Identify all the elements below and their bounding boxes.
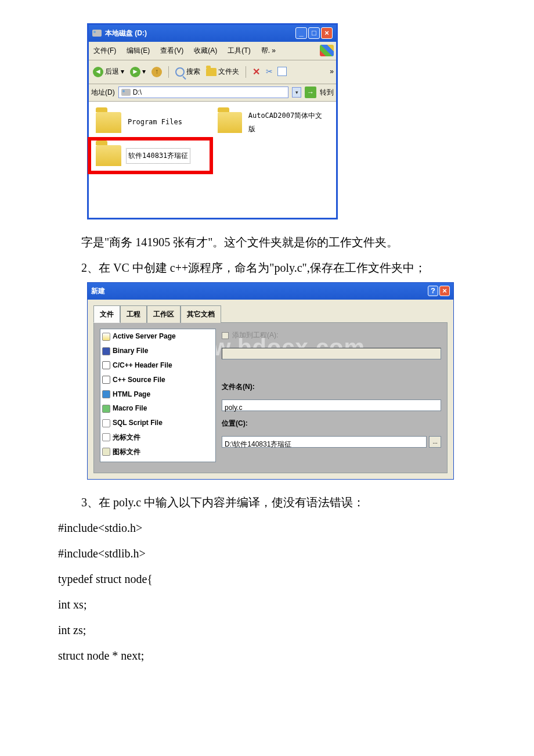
- tab-project[interactable]: 工程: [120, 305, 147, 323]
- code-line: int xs;: [58, 593, 476, 615]
- cut-button[interactable]: ✂: [264, 63, 275, 81]
- folder-label: Program Files: [126, 115, 184, 129]
- explorer-toolbar: ◄后退▾ ►▾ ↑ 搜索 文件夹 ✕ ✂ »: [89, 60, 336, 84]
- add-to-project-label: 添加到工程(A):: [232, 329, 278, 342]
- vc-tabs: 文件 工程 工作区 其它文档: [93, 305, 448, 323]
- folder-icon: [96, 145, 121, 166]
- explorer-titlebar: 本地磁盘 (D:) _ □ ×: [89, 25, 336, 42]
- list-item: HTML Page: [100, 387, 215, 402]
- forward-button[interactable]: ►▾: [128, 64, 147, 80]
- vc-title: 新建: [91, 285, 427, 298]
- list-item: SQL Script File: [100, 416, 215, 430]
- location-label: 位置(C):: [222, 417, 441, 430]
- back-dropdown-icon[interactable]: ▾: [121, 65, 124, 78]
- paragraph-3: 3、在 poly.c 中输入以下内容并编译，使没有语法错误：: [58, 491, 476, 513]
- search-icon: [175, 67, 185, 77]
- tab-workspace[interactable]: 工作区: [147, 305, 181, 323]
- help-button[interactable]: ?: [428, 286, 438, 296]
- tab-other[interactable]: 其它文档: [181, 305, 221, 323]
- menu-tools[interactable]: 工具(T): [225, 43, 252, 59]
- folder-item[interactable]: AutoCAD2007简体中文版: [214, 105, 330, 140]
- drive-icon: [92, 30, 102, 37]
- vc-titlebar: 新建 ? ×: [88, 283, 453, 300]
- folder-label: AutoCAD2007简体中文版: [247, 109, 327, 136]
- close-button[interactable]: ×: [321, 27, 333, 39]
- minimize-button[interactable]: _: [295, 27, 307, 39]
- code-line: #include<stdlib.h>: [58, 542, 476, 564]
- code-line: struct node * next;: [58, 645, 476, 667]
- project-combo: [222, 348, 441, 359]
- menu-file[interactable]: 文件(F): [91, 43, 118, 59]
- asp-icon: [102, 333, 110, 341]
- menu-view[interactable]: 查看(V): [158, 43, 186, 59]
- address-dropdown-icon[interactable]: ▾: [292, 87, 301, 98]
- explorer-menubar: 文件(F) 编辑(E) 查看(V) 收藏(A) 工具(T) 帮. »: [89, 42, 336, 60]
- back-button[interactable]: ◄后退▾: [91, 64, 126, 80]
- binary-icon: [102, 347, 110, 355]
- vc-panel: www.bdocx.com Active Server Page Binary …: [93, 322, 448, 473]
- cursor-icon: [102, 433, 110, 441]
- folder-label: 软件140831齐瑞征: [126, 148, 190, 164]
- code-line: typedef struct node{: [58, 568, 476, 590]
- folders-button[interactable]: 文件夹: [204, 64, 241, 80]
- close-button[interactable]: ×: [439, 286, 450, 296]
- delete-icon: ✕: [252, 63, 260, 81]
- list-item: 位图文件: [100, 459, 215, 463]
- list-item: Binary File: [100, 344, 215, 358]
- location-input[interactable]: D:\软件140831齐瑞征: [222, 436, 427, 448]
- vc-form: 添加到工程(A): 文件名(N): poly.c 位置(C): D:\软件140…: [222, 329, 441, 467]
- html-icon: [102, 390, 110, 398]
- filename-label: 文件名(N):: [222, 380, 441, 394]
- sql-icon: [102, 419, 110, 427]
- address-input[interactable]: D:\: [118, 87, 288, 98]
- delete-button[interactable]: ✕: [251, 62, 262, 82]
- explorer-addressbar: 地址(D) D:\ ▾ → 转到: [89, 84, 336, 102]
- up-button[interactable]: ↑: [150, 66, 164, 78]
- go-button[interactable]: →: [305, 87, 316, 98]
- cpp-icon: [102, 376, 110, 384]
- menu-edit[interactable]: 编辑(E): [124, 43, 152, 59]
- separator: [168, 66, 169, 78]
- separator: [246, 66, 246, 78]
- list-item: 图标文件: [100, 445, 215, 459]
- list-item: Active Server Page: [100, 329, 215, 344]
- list-item: 光标文件: [100, 430, 215, 445]
- toolbar-overflow-icon[interactable]: »: [330, 65, 334, 78]
- list-item: C++ Source File: [100, 373, 215, 387]
- copy-button[interactable]: [277, 67, 288, 77]
- tab-file[interactable]: 文件: [93, 305, 120, 323]
- address-label: 地址(D): [91, 86, 115, 99]
- go-label: 转到: [320, 86, 334, 99]
- menu-help[interactable]: 帮. »: [259, 43, 278, 59]
- search-button[interactable]: 搜索: [174, 64, 202, 80]
- folder-icon: [96, 112, 121, 133]
- header-icon: [102, 361, 110, 369]
- add-to-project: 添加到工程(A):: [222, 329, 441, 342]
- macro-icon: [102, 405, 110, 413]
- paragraph-1: 字是"商务 141905 张有才"。这个文件夹就是你的工作文件夹。: [58, 231, 476, 253]
- folder-icon: [206, 68, 217, 76]
- folder-icon: [218, 112, 242, 133]
- explorer-window: 本地磁盘 (D:) _ □ × 文件(F) 编辑(E) 查看(V) 收藏(A) …: [87, 23, 338, 219]
- maximize-button[interactable]: □: [308, 27, 320, 39]
- folder-item-highlighted[interactable]: 软件140831齐瑞征: [92, 142, 208, 170]
- menu-fav[interactable]: 收藏(A): [192, 43, 219, 59]
- code-line: #include<stdio.h>: [58, 517, 476, 539]
- paragraph-2: 2、在 VC 中创建 c++源程序，命名为"poly.c",保存在工作文件夹中；: [58, 257, 476, 279]
- windows-flag-icon: [320, 45, 334, 56]
- forward-icon: ►: [130, 67, 140, 77]
- explorer-body: Program Files AutoCAD2007简体中文版 软件140831齐…: [89, 102, 336, 218]
- browse-button[interactable]: ...: [429, 436, 441, 448]
- icon-file-icon: [102, 448, 110, 456]
- menu-overflow-icon[interactable]: [306, 49, 311, 52]
- filename-input[interactable]: poly.c: [222, 399, 441, 411]
- checkbox[interactable]: [222, 332, 229, 339]
- cut-icon: ✂: [266, 64, 273, 80]
- vc-filetype-list[interactable]: Active Server Page Binary File C/C++ Hea…: [100, 329, 216, 462]
- list-item: Macro File: [100, 401, 215, 416]
- copy-icon: [279, 68, 287, 76]
- drive-icon: [121, 89, 131, 96]
- folder-item[interactable]: Program Files: [92, 105, 208, 140]
- forward-dropdown-icon[interactable]: ▾: [142, 65, 146, 78]
- vc-new-dialog: 新建 ? × 文件 工程 工作区 其它文档 www.bdocx.com Acti…: [87, 282, 454, 480]
